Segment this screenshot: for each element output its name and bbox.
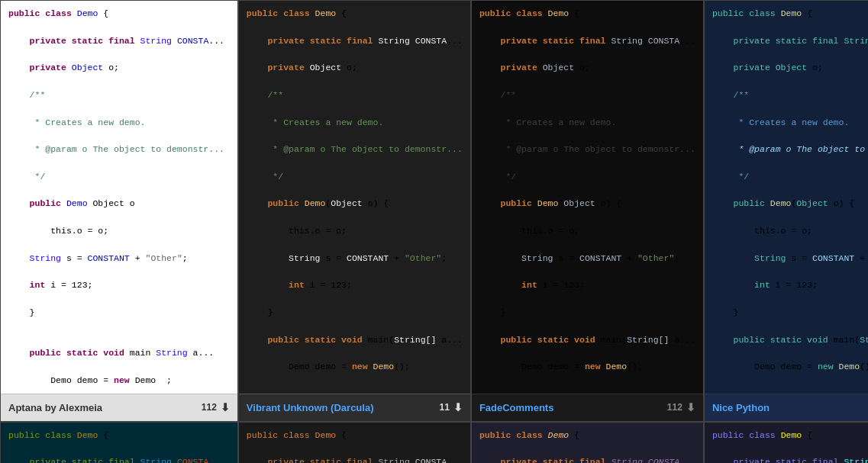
theme-downloads-fade: 112 ⬇ bbox=[667, 401, 695, 413]
theme-downloads-vibrant: 11 ⬇ bbox=[440, 401, 463, 413]
theme-card-gvim: public class Demo { private static final… bbox=[704, 422, 868, 463]
theme-name-fade[interactable]: FadeComments bbox=[479, 402, 554, 413]
theme-card-havenjark: public class Demo { private static final… bbox=[238, 422, 471, 463]
code-preview-vibrant: public class Demo { private static final… bbox=[239, 1, 470, 394]
download-icon[interactable]: ⬇ bbox=[221, 401, 230, 413]
code-preview-gvim: public class Demo { private static final… bbox=[705, 423, 868, 463]
theme-card-fade: public class Demo { private static final… bbox=[471, 0, 704, 422]
code-preview-aptana: public class Demo { private static final… bbox=[1, 1, 237, 394]
theme-grid: public class Demo { private static final… bbox=[0, 0, 868, 463]
download-icon[interactable]: ⬇ bbox=[453, 401, 463, 413]
code-preview-havenjark: public class Demo { private static final… bbox=[239, 423, 470, 463]
theme-downloads-aptana: 112 ⬇ bbox=[202, 401, 230, 413]
theme-name-nicepython[interactable]: Nice Python bbox=[712, 402, 770, 413]
theme-name-aptana[interactable]: Aptana by Alexmeia bbox=[8, 402, 102, 413]
theme-name-vibrant[interactable]: Vibrant Unknown (Darcula) bbox=[247, 402, 374, 413]
theme-card-gedit: public class Demo { private static final… bbox=[471, 422, 704, 463]
theme-card-nicepython: public class Demo { private static final… bbox=[704, 0, 868, 422]
theme-card-solarized: public class Demo { private static final… bbox=[0, 422, 238, 463]
code-preview-fade: public class Demo { private static final… bbox=[472, 1, 703, 394]
theme-footer-aptana: Aptana by Alexmeia 112 ⬇ bbox=[1, 394, 237, 421]
theme-card-vibrant: public class Demo { private static final… bbox=[238, 0, 471, 422]
theme-card-aptana: public class Demo { private static final… bbox=[0, 0, 238, 422]
code-preview-nicepython: public class Demo { private static final… bbox=[705, 1, 868, 394]
code-preview-solarized: public class Demo { private static final… bbox=[1, 423, 237, 463]
theme-footer-vibrant: Vibrant Unknown (Darcula) 11 ⬇ bbox=[239, 394, 470, 421]
download-icon[interactable]: ⬇ bbox=[686, 401, 695, 413]
theme-footer-fade: FadeComments 112 ⬇ bbox=[472, 394, 703, 421]
code-preview-gedit: public class Demo { private static final… bbox=[472, 423, 703, 463]
theme-footer-nicepython: Nice Python 10 ⬇ bbox=[705, 394, 868, 421]
